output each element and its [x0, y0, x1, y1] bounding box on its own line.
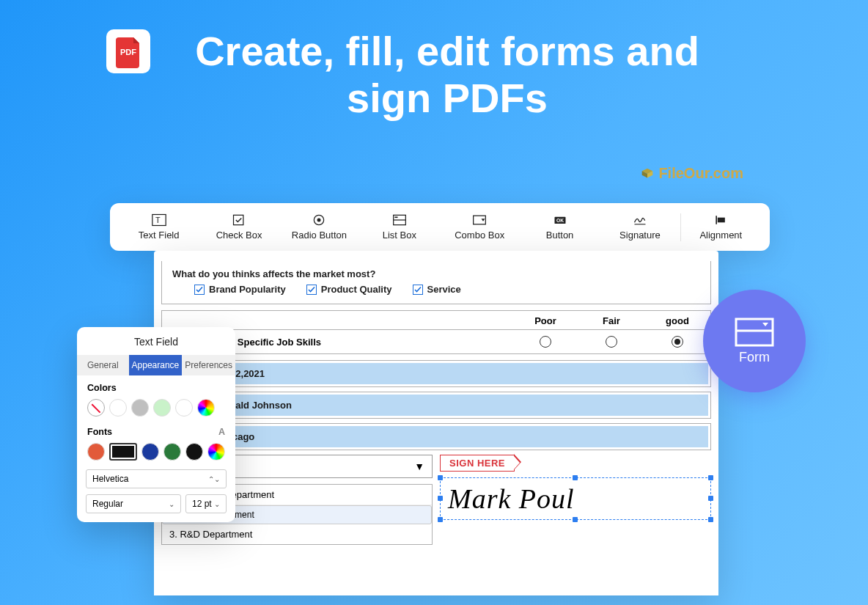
watermark-text: FileOur.com — [658, 165, 743, 182]
font-size-select[interactable]: 12 pt⌄ — [185, 494, 227, 513]
chevron-down-icon: ▼ — [414, 461, 424, 472]
font-icon: A — [218, 427, 225, 437]
form-mode-badge[interactable]: Form — [703, 290, 806, 392]
font-weight-select[interactable]: Regular⌄ — [86, 494, 181, 513]
question-section: What do you thinks affects the market mo… — [161, 261, 711, 304]
form-badge-label: Form — [739, 350, 770, 365]
tool-button-label: Button — [546, 230, 574, 241]
rating-col-fair: Fair — [578, 315, 644, 326]
tool-combo-box-label: Combo Box — [455, 230, 504, 241]
font-family-value: Helvetica — [92, 474, 128, 484]
tool-signature-label: Signature — [619, 230, 661, 241]
tool-button[interactable]: OKButton — [520, 213, 600, 241]
checkbox-label: Brand Popularity — [209, 284, 286, 295]
tool-combo-box[interactable]: Combo Box — [440, 213, 520, 241]
field-name: NameDonald Johnson — [161, 392, 711, 419]
svg-rect-8 — [394, 216, 397, 218]
color-swatch[interactable] — [175, 399, 193, 417]
form-toolbar: TText Field Check Box Radio Button List … — [110, 203, 770, 251]
tool-radio-button-label: Radio Button — [292, 230, 347, 241]
tool-alignment[interactable]: Alignment — [681, 213, 761, 241]
color-swatch-none[interactable] — [87, 399, 105, 417]
radio-poor[interactable] — [540, 336, 551, 348]
chevron-down-icon: ⌄ — [169, 500, 174, 508]
color-swatch[interactable] — [109, 399, 127, 417]
signature-text: Mark Poul — [448, 483, 575, 514]
tab-preferences[interactable]: Preferences — [182, 355, 235, 375]
resize-handle[interactable] — [438, 517, 443, 522]
font-color-swatches — [87, 443, 225, 461]
signature-field[interactable]: Mark Poul — [440, 477, 711, 520]
resize-handle[interactable] — [708, 517, 713, 522]
font-color-swatch[interactable] — [87, 443, 105, 461]
resize-handle[interactable] — [708, 475, 713, 480]
tool-radio-button[interactable]: Radio Button — [279, 213, 359, 241]
inspector-title: Text Field — [77, 327, 235, 355]
colors-label: Colors — [87, 383, 225, 393]
tool-check-box[interactable]: Check Box — [199, 213, 279, 241]
rating-section: Poor Fair good Knowledge of Specific Job… — [161, 310, 711, 354]
field-value-name[interactable]: Donald Johnson — [210, 395, 708, 416]
tool-text-field-label: Text Field — [139, 230, 180, 241]
font-color-rainbow[interactable] — [207, 443, 225, 461]
fonts-label: Fonts — [87, 427, 112, 437]
combo-box-icon — [735, 318, 774, 347]
tab-appearance[interactable]: Appearance — [129, 355, 183, 375]
font-size-value: 12 pt — [192, 499, 212, 509]
text-field-inspector: Text Field General Appearance Preference… — [77, 327, 235, 522]
field-value-date[interactable]: 04,22,2021 — [210, 363, 708, 384]
field-value-city[interactable]: Chicago — [210, 426, 708, 447]
font-color-swatch[interactable] — [185, 443, 203, 461]
color-swatch[interactable] — [131, 399, 149, 417]
field-date: Date04,22,2021 — [161, 360, 711, 387]
svg-text:PDF: PDF — [120, 48, 136, 56]
question-text: What do you thinks affects the market mo… — [172, 268, 700, 279]
document-canvas: What do you thinks affects the market mo… — [154, 251, 718, 595]
svg-rect-14 — [718, 218, 725, 223]
list-item[interactable]: 3. R&D Department — [162, 524, 432, 544]
tab-general[interactable]: General — [77, 355, 129, 375]
svg-text:OK: OK — [556, 218, 564, 223]
tool-list-box-label: List Box — [383, 230, 416, 241]
chevron-down-icon: ⌄ — [214, 500, 220, 508]
pdf-app-logo: PDF — [106, 29, 150, 73]
checkbox-product-quality[interactable]: Product Quality — [306, 284, 392, 295]
checkbox-label: Service — [427, 284, 461, 295]
tool-list-box[interactable]: List Box — [359, 213, 439, 241]
checkbox-label: Product Quality — [321, 284, 392, 295]
resize-handle[interactable] — [438, 475, 443, 480]
svg-rect-3 — [234, 215, 243, 224]
font-color-swatch[interactable] — [109, 443, 137, 461]
tool-check-box-label: Check Box — [216, 230, 262, 241]
watermark: FileOur.com — [639, 165, 743, 182]
resize-handle[interactable] — [573, 475, 578, 480]
svg-text:T: T — [155, 216, 161, 224]
chevron-updown-icon: ⌃⌄ — [208, 475, 220, 483]
font-color-swatch[interactable] — [141, 443, 159, 461]
radio-good[interactable] — [672, 336, 683, 348]
headline: Create, fill, edit forms and sign PDFs — [176, 28, 718, 122]
tool-text-field[interactable]: TText Field — [119, 213, 199, 241]
font-family-select[interactable]: Helvetica⌃⌄ — [86, 469, 227, 488]
checkbox-brand-popularity[interactable]: Brand Popularity — [194, 284, 286, 295]
resize-handle[interactable] — [438, 496, 443, 501]
checkbox-service[interactable]: Service — [413, 284, 461, 295]
svg-point-5 — [317, 219, 321, 222]
tool-alignment-label: Alignment — [699, 230, 742, 241]
field-city: CityChicago — [161, 423, 711, 450]
resize-handle[interactable] — [708, 496, 713, 501]
color-swatches — [87, 399, 225, 417]
tool-signature[interactable]: Signature — [600, 213, 680, 241]
radio-fair[interactable] — [606, 336, 617, 348]
color-swatch[interactable] — [153, 399, 171, 417]
rating-col-good: good — [644, 315, 710, 326]
resize-handle[interactable] — [573, 517, 578, 522]
color-swatch-rainbow[interactable] — [197, 399, 215, 417]
sign-here-badge: SIGN HERE — [440, 455, 515, 472]
font-weight-value: Regular — [92, 499, 123, 509]
font-color-swatch[interactable] — [163, 443, 181, 461]
rating-col-poor: Poor — [512, 315, 578, 326]
